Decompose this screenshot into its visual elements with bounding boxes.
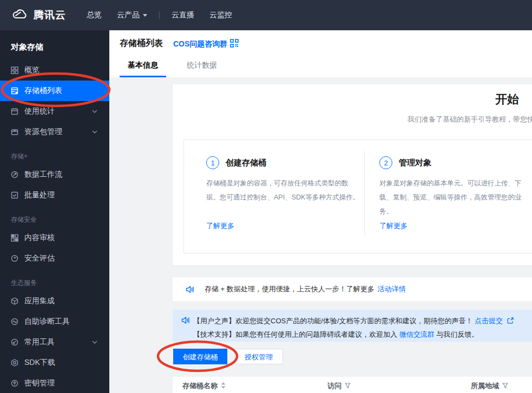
- chevron-down-icon: [92, 341, 97, 344]
- grid-icon: [11, 66, 18, 74]
- feedback-line1-text: 【用户之声】欢迎您提交COS产品的功能/体验/文档等方面的需求和建议，期待您的声…: [193, 317, 472, 325]
- content-area: 开始 我们准备了基础的新手引导教程，带您快速 1 创建存储桶 存储桶是对象的容器…: [109, 77, 532, 393]
- action-button-row: 创建存储桶 授权管理: [173, 349, 283, 364]
- sidebar-item-resource-packages[interactable]: 资源包管理: [0, 122, 109, 142]
- sidebar-item-batch-processing[interactable]: 批量处理: [0, 185, 109, 205]
- nav-cloud-monitor[interactable]: 云监控: [202, 10, 240, 20]
- sidebar-item-label: SDK下载: [24, 358, 55, 368]
- nav-live-label: 云直播: [172, 10, 194, 20]
- learn-more-link[interactable]: 了解更多: [379, 221, 408, 231]
- step-number-badge: 1: [206, 156, 219, 169]
- learn-more-link[interactable]: 了解更多: [206, 221, 234, 231]
- feedback-line2-suffix: 与我们反馈。: [436, 330, 478, 338]
- megaphone-icon: [181, 316, 190, 324]
- topnav-divider: [159, 11, 160, 19]
- column-bucket-name[interactable]: 存储桶名称: [182, 381, 226, 391]
- sidebar-item-label: 内容审核: [24, 233, 55, 243]
- logo-text: 腾讯云: [34, 8, 66, 22]
- calendar-icon: [11, 108, 18, 115]
- tab-statistics[interactable]: 统计数据: [179, 55, 225, 77]
- sidebar-item-label: 安全评估: [24, 254, 55, 263]
- step-description: 存储桶是对象的容器，可存放任何格式类型的数据。您可通过控制台、API、SDK等多…: [206, 176, 364, 204]
- submit-feedback-link[interactable]: 点击提交: [475, 317, 503, 325]
- bucket-icon: [11, 87, 18, 95]
- step-manage-objects: 2 管理对象 对象是对象存储的基本单元。可以进行上传、下载、复制、预览、编辑等操…: [365, 140, 532, 253]
- sidebar-item-label: 使用统计: [24, 106, 55, 116]
- feedback-line-1: 【用户之声】欢迎您提交COS产品的功能/体验/文档等方面的需求和建议，期待您的声…: [193, 314, 532, 328]
- cos-consult-group-link[interactable]: COS问题咨询群: [173, 39, 239, 49]
- promo-activity-link[interactable]: 活动详情: [378, 284, 406, 294]
- feedback-line2-text: 【技术支持】如果您有任何使用上的问题障碍或者建议，欢迎加入: [193, 330, 397, 338]
- nav-overview-label: 总览: [87, 10, 102, 20]
- sidebar-item-common-tools[interactable]: 常用工具: [0, 332, 109, 352]
- wrench-icon: [11, 338, 18, 346]
- tab-bar: 基本信息 统计数据: [120, 55, 225, 77]
- hexagon-icon: [11, 359, 18, 367]
- sidebar-item-content-audit[interactable]: 内容审核: [0, 228, 109, 248]
- step-header: 1 创建存储桶: [206, 156, 364, 169]
- check-square-icon: [11, 191, 18, 199]
- page-title: 存储桶列表: [120, 38, 163, 49]
- sidebar-item-self-diagnosis[interactable]: 自助诊断工具: [0, 311, 109, 332]
- tencent-cloud-logo[interactable]: 腾讯云: [12, 8, 66, 23]
- filter-icon[interactable]: [345, 382, 351, 390]
- column-region[interactable]: 所属地域: [471, 381, 508, 391]
- package-icon: [11, 128, 18, 136]
- guide-title: 开始: [495, 91, 519, 108]
- sidebar-item-usage-stats[interactable]: 使用统计: [0, 101, 109, 122]
- topbar: 腾讯云 总览 云产品 云直播 云监控: [0, 0, 532, 30]
- nav-overview[interactable]: 总览: [79, 10, 109, 20]
- column-label: 访问: [327, 381, 341, 391]
- chevron-down-icon: [143, 14, 147, 17]
- nav-cloud-live[interactable]: 云直播: [164, 10, 202, 20]
- sidebar-item-overview[interactable]: 概览: [0, 60, 109, 81]
- nav-monitor-label: 云监控: [209, 10, 232, 20]
- qr-link-label: COS问题咨询群: [173, 39, 227, 49]
- sidebar: 对象存储 概览 存储桶列表 使用统计 资源包管理 存储+ 数据工作流 批量处理: [0, 30, 109, 393]
- feedback-banner: 【用户之声】欢迎您提交COS产品的功能/体验/文档等方面的需求和建议，期待您的声…: [173, 310, 532, 342]
- chevron-down-icon: [92, 110, 97, 113]
- guide-steps-box: 1 创建存储桶 存储桶是对象的容器，可存放任何格式类型的数据。您可通过控制台、A…: [183, 139, 532, 254]
- sidebar-item-label: 批量处理: [24, 190, 55, 200]
- step-create-bucket: 1 创建存储桶 存储桶是对象的容器，可存放任何格式类型的数据。您可通过控制台、A…: [184, 140, 364, 253]
- chevron-down-icon: [92, 130, 97, 134]
- sidebar-item-app-integration[interactable]: 应用集成: [0, 291, 109, 311]
- sidebar-item-label: 自助诊断工具: [24, 317, 70, 327]
- step-title: 创建存储桶: [226, 158, 266, 168]
- grid-icon: [11, 234, 18, 242]
- sort-icon[interactable]: [221, 382, 226, 390]
- auth-manage-button[interactable]: 授权管理: [234, 349, 283, 364]
- onboarding-card: 开始 我们准备了基础的新手引导教程，带您快速 1 创建存储桶 存储桶是对象的容器…: [173, 84, 532, 265]
- qr-code-icon: [230, 39, 239, 49]
- external-link-icon: [507, 317, 514, 324]
- workflow-icon: [11, 171, 18, 178]
- tencent-cloud-console: 腾讯云 总览 云产品 云直播 云监控 对象存储 概览 存储桶列表 使用统计 资源…: [0, 0, 532, 393]
- sidebar-item-bucket-list[interactable]: 存储桶列表: [0, 81, 109, 101]
- bucket-table-header: 存储桶名称 访问 所属地域: [173, 377, 532, 393]
- sidebar-item-sdk-download[interactable]: SDK下载: [0, 352, 109, 373]
- topnav: 总览 云产品 云直播 云监控: [79, 10, 240, 20]
- promo-text: 存储 + 数据处理，使用便捷，上云快人一步！了解更多: [205, 284, 375, 294]
- feedback-text: 【用户之声】欢迎您提交COS产品的功能/体验/文档等方面的需求和建议，期待您的声…: [193, 314, 532, 341]
- sidebar-item-label: 数据工作流: [24, 170, 62, 179]
- sidebar-section-storage-security: 存储安全: [0, 205, 109, 228]
- pulse-icon: [11, 318, 18, 325]
- tab-basic-info[interactable]: 基本信息: [120, 55, 166, 77]
- column-access[interactable]: 访问: [327, 381, 351, 391]
- step-description: 对象是对象存储的基本单元。可以进行上传、下载、复制、预览、编辑等操作，高效管理您…: [379, 176, 532, 218]
- column-label: 所属地域: [471, 381, 499, 391]
- sidebar-item-label: 密钥管理: [24, 378, 55, 388]
- nav-cloud-products[interactable]: 云产品: [109, 10, 155, 20]
- sidebar-title: 对象存储: [0, 30, 109, 60]
- wechat-group-link[interactable]: 微信交流群: [399, 330, 435, 338]
- sidebar-item-security-assessment[interactable]: 安全评估: [0, 248, 109, 269]
- sidebar-item-label: 常用工具: [24, 337, 55, 347]
- sidebar-item-key-management[interactable]: 密钥管理: [0, 373, 109, 393]
- sidebar-item-data-workflow[interactable]: 数据工作流: [0, 164, 109, 185]
- step-title: 管理对象: [399, 158, 431, 168]
- create-bucket-button[interactable]: 创建存储桶: [173, 349, 227, 364]
- filter-icon[interactable]: [502, 382, 508, 390]
- cube-icon: [11, 297, 18, 305]
- key-lock-icon: [11, 379, 18, 387]
- step-number-badge: 2: [379, 156, 392, 169]
